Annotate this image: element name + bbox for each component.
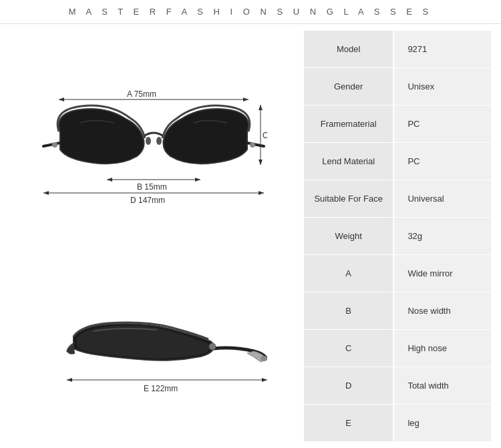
brand-title: M A S T E R F A S H I O N S U N G L A S … (69, 7, 432, 17)
spec-value: High nose (393, 330, 491, 367)
spec-label: Framematerial (304, 105, 393, 142)
main-content: A 75mm B 15mm C49mm D 147mm (0, 24, 501, 448)
spec-row: Suitable For FaceUniversal (304, 180, 491, 217)
spec-value: PC (393, 142, 491, 180)
svg-point-2 (52, 142, 57, 148)
svg-point-0 (146, 137, 151, 145)
svg-point-3 (250, 142, 255, 148)
left-panel: A 75mm B 15mm C49mm D 147mm (10, 31, 304, 441)
svg-text:C49mm: C49mm (263, 131, 267, 140)
glasses-top-section: A 75mm B 15mm C49mm D 147mm (10, 66, 297, 226)
svg-marker-18 (259, 191, 264, 195)
glasses-side-section: E 122mm (10, 300, 297, 407)
spec-row: BNose width (304, 292, 491, 330)
svg-marker-5 (59, 97, 64, 101)
glasses-front-svg: A 75mm B 15mm C49mm D 147mm (40, 86, 267, 206)
spec-label: Model (304, 31, 393, 67)
svg-text:D 147mm: D 147mm (130, 196, 165, 205)
svg-marker-17 (43, 191, 49, 195)
spec-row: Eleg (304, 405, 491, 441)
spec-value: 9271 (393, 31, 491, 67)
svg-point-21 (261, 356, 267, 361)
spec-value: Nose width (393, 292, 491, 330)
spec-row: GenderUnisex (304, 67, 491, 105)
spec-value: Universal (393, 180, 491, 217)
spec-label: A (304, 255, 393, 292)
spec-row: Lend MaterialPC (304, 142, 491, 180)
spec-label: B (304, 292, 393, 330)
svg-point-1 (156, 137, 162, 145)
right-panel: Model9271GenderUnisexFramematerialPCLend… (304, 31, 491, 441)
svg-marker-23 (67, 378, 72, 382)
spec-label: Gender (304, 67, 393, 105)
svg-marker-24 (262, 378, 267, 382)
spec-row: Weight32g (304, 217, 491, 254)
svg-text:A 75mm: A 75mm (127, 89, 156, 99)
svg-marker-10 (195, 178, 200, 182)
spec-label: E (304, 405, 393, 441)
svg-marker-13 (259, 105, 263, 110)
svg-point-20 (209, 343, 216, 350)
spec-row: DTotal width (304, 367, 491, 405)
spec-value: 32g (393, 217, 491, 254)
brand-header: M A S T E R F A S H I O N S U N G L A S … (0, 0, 501, 24)
specs-table: Model9271GenderUnisexFramematerialPCLend… (304, 31, 491, 441)
svg-text:E 122mm: E 122mm (144, 384, 178, 393)
spec-value: Total width (393, 367, 491, 405)
spec-row: AWide mirror (304, 255, 491, 292)
svg-marker-14 (259, 160, 263, 165)
spec-label: C (304, 330, 393, 367)
spec-label: Weight (304, 217, 393, 254)
spec-value: leg (393, 405, 491, 441)
spec-value: Wide mirror (393, 255, 491, 292)
svg-text:B 15mm: B 15mm (137, 182, 167, 192)
spec-row: CHigh nose (304, 330, 491, 367)
spec-value: Unisex (393, 67, 491, 105)
page-wrapper: M A S T E R F A S H I O N S U N G L A S … (0, 0, 501, 448)
spec-value: PC (393, 105, 491, 142)
glasses-side-svg: E 122mm (40, 303, 267, 403)
svg-marker-9 (107, 178, 112, 182)
spec-label: Lend Material (304, 142, 393, 180)
spec-label: D (304, 367, 393, 405)
spec-label: Suitable For Face (304, 180, 393, 217)
svg-marker-6 (243, 97, 248, 101)
spec-row: FramematerialPC (304, 105, 491, 142)
spec-row: Model9271 (304, 31, 491, 67)
